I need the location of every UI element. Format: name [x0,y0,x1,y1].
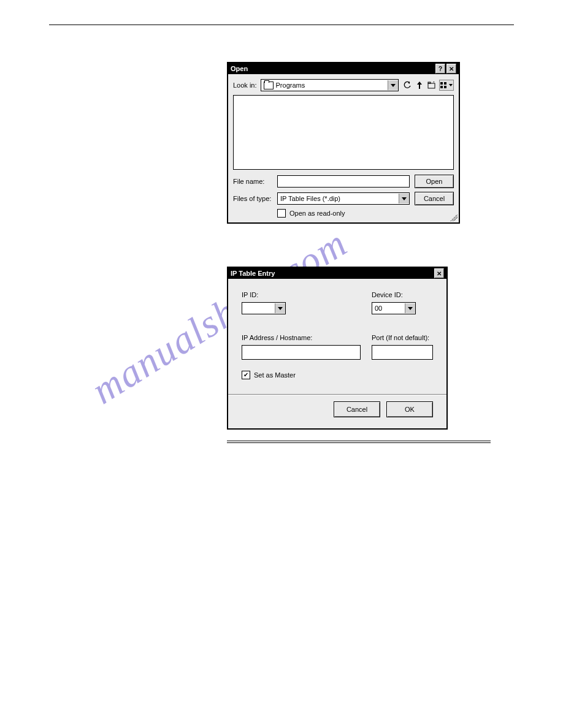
help-button[interactable]: ? [435,64,445,74]
ip-address-label: IP Address / Hostname: [242,334,361,341]
ip-table-entry-dialog: IP Table Entry ✕ IP ID: Device ID: 00 [227,267,448,430]
open-button[interactable]: Open [415,175,454,188]
look-in-value: Programs [276,82,388,89]
file-list-area[interactable] [233,95,454,170]
file-name-label: File name: [233,178,272,185]
device-id-combobox[interactable]: 00 [372,302,416,314]
ip-dialog-titlebar: IP Table Entry ✕ [228,268,446,279]
cancel-button[interactable]: Cancel [415,192,454,205]
back-icon[interactable] [402,80,412,90]
open-dialog-title: Open [231,65,434,72]
chevron-down-icon [275,303,285,313]
close-button[interactable]: ✕ [434,268,444,278]
file-name-input[interactable] [277,175,410,188]
read-only-label: Open as read-only [289,210,345,217]
note-divider [227,441,491,443]
new-folder-icon[interactable]: * [427,80,437,90]
svg-rect-4 [444,82,446,85]
open-dialog-titlebar: Open ? ✕ [228,63,459,74]
cancel-button[interactable]: Cancel [334,401,380,417]
open-dialog-window: Open ? ✕ Look in: Programs [227,62,460,224]
look-in-combobox[interactable]: Programs [261,79,399,91]
ip-id-combobox[interactable] [242,302,286,314]
svg-rect-1 [428,82,431,83]
svg-rect-5 [440,86,443,88]
look-in-label: Look in: [233,82,257,89]
read-only-checkbox[interactable] [277,209,286,218]
chevron-down-icon [399,194,409,203]
device-id-value: 00 [375,305,405,312]
resize-grip-icon[interactable] [450,214,458,221]
device-id-label: Device ID: [372,291,433,298]
set-as-master-label: Set as Master [254,371,296,379]
set-as-master-checkbox[interactable]: ✔ [242,371,250,379]
svg-rect-3 [440,82,443,85]
ok-button[interactable]: OK [386,401,433,417]
up-one-level-icon[interactable] [415,80,424,90]
port-input[interactable] [372,345,433,360]
dialog-divider [228,394,446,395]
close-button[interactable]: ✕ [446,64,456,74]
files-of-type-value: IP Table Files (*.dip) [280,195,399,202]
port-label: Port (If not default): [372,334,433,341]
ip-id-label: IP ID: [242,291,361,298]
svg-rect-6 [444,86,446,88]
files-of-type-label: Files of type: [233,195,272,202]
page-divider-top [49,25,514,25]
files-of-type-combobox[interactable]: IP Table Files (*.dip) [277,192,410,205]
ip-address-input[interactable] [242,345,361,360]
folder-icon [264,82,274,89]
chevron-down-icon [388,80,398,90]
chevron-down-icon [405,303,415,313]
svg-text:*: * [433,82,435,85]
views-icon[interactable] [439,80,454,91]
ip-dialog-title: IP Table Entry [231,270,433,277]
